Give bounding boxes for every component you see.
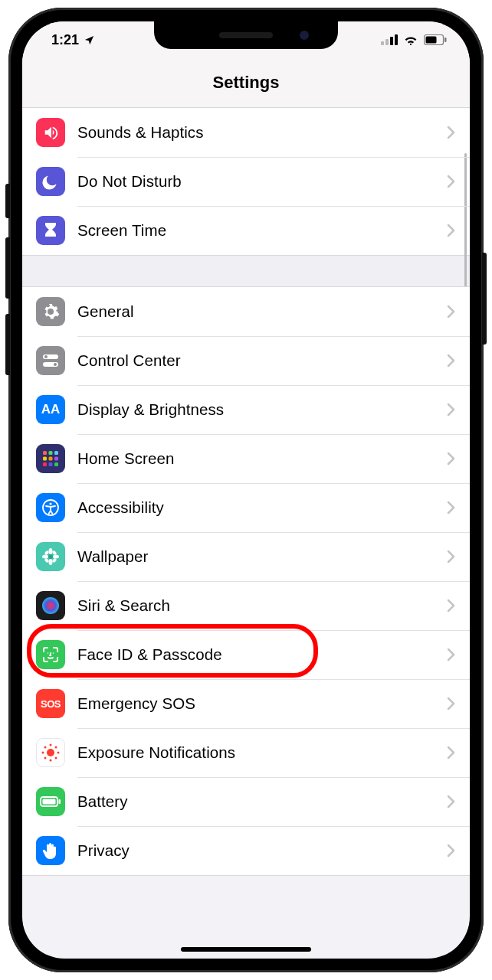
svg-point-27 (44, 550, 49, 555)
screen: 1:21 (22, 21, 470, 959)
svg-rect-16 (54, 457, 58, 461)
svg-rect-1 (385, 39, 389, 45)
volume-up-button (5, 237, 10, 299)
battery-icon (424, 34, 447, 45)
faceid-icon (36, 640, 65, 669)
svg-rect-45 (59, 799, 61, 804)
svg-point-34 (47, 749, 54, 756)
chevron-right-icon (447, 224, 456, 237)
svg-point-28 (51, 550, 57, 555)
chevron-right-icon (447, 175, 456, 188)
row-privacy[interactable]: Privacy (22, 826, 470, 875)
svg-rect-13 (54, 451, 58, 455)
row-battery[interactable]: Battery (22, 777, 470, 826)
home-indicator[interactable] (181, 947, 311, 952)
row-faceid[interactable]: Face ID & Passcode (22, 630, 470, 679)
row-label: Wallpaper (77, 547, 447, 566)
siri-icon (36, 591, 65, 620)
chevron-right-icon (447, 697, 456, 710)
row-sos[interactable]: SOS Emergency SOS (22, 679, 470, 728)
svg-point-23 (49, 548, 53, 554)
settings-group: General Control Center AA Display & Brig… (22, 286, 470, 876)
row-accessibility[interactable]: Accessibility (22, 483, 470, 532)
svg-rect-14 (43, 457, 47, 461)
row-label: Siri & Search (77, 596, 447, 615)
volume-down-button (5, 314, 10, 375)
svg-rect-18 (49, 462, 53, 466)
svg-point-25 (42, 555, 48, 559)
phone-frame: 1:21 (8, 8, 484, 972)
svg-rect-44 (43, 799, 56, 805)
mute-switch (5, 184, 10, 218)
settings-list[interactable]: Sounds & Haptics Do Not Disturb Screen T… (22, 107, 470, 959)
sos-icon: SOS (36, 689, 65, 718)
status-time: 1:21 (51, 32, 79, 48)
svg-point-35 (50, 744, 52, 746)
row-wallpaper[interactable]: Wallpaper (22, 532, 470, 581)
row-dnd[interactable]: Do Not Disturb (22, 157, 470, 206)
volume-icon (36, 118, 65, 147)
chevron-right-icon (447, 746, 456, 760)
svg-rect-19 (54, 462, 58, 466)
wifi-icon (403, 34, 418, 45)
chevron-right-icon (447, 354, 456, 368)
toggles-icon (36, 346, 65, 375)
row-label: Sounds & Haptics (77, 123, 447, 142)
chevron-right-icon (447, 126, 456, 139)
section-gap (22, 256, 470, 286)
chevron-right-icon (447, 501, 456, 514)
svg-point-31 (42, 597, 59, 614)
row-sounds[interactable]: Sounds & Haptics (22, 108, 470, 157)
svg-rect-15 (49, 457, 53, 461)
svg-point-10 (54, 363, 57, 366)
svg-rect-17 (43, 462, 47, 466)
hand-icon (36, 836, 65, 865)
chevron-right-icon (447, 403, 456, 416)
row-label: Do Not Disturb (77, 172, 447, 191)
row-label: Exposure Notifications (77, 743, 447, 762)
row-label: Face ID & Passcode (77, 645, 447, 664)
row-label: Display & Brightness (77, 400, 447, 419)
row-label: Battery (77, 792, 447, 811)
svg-point-30 (51, 557, 57, 563)
svg-rect-6 (444, 38, 447, 42)
svg-rect-3 (395, 34, 398, 45)
gear-icon (36, 297, 65, 326)
row-general[interactable]: General (22, 287, 470, 336)
row-label: Home Screen (77, 449, 447, 468)
exposure-icon (36, 738, 65, 767)
row-label: Control Center (77, 351, 447, 370)
row-controlcenter[interactable]: Control Center (22, 336, 470, 385)
row-label: General (77, 302, 447, 321)
hourglass-icon (36, 216, 65, 245)
row-label: Accessibility (77, 498, 447, 517)
svg-point-33 (53, 652, 54, 654)
chevron-right-icon (447, 550, 456, 564)
page-title: Settings (213, 73, 280, 93)
chevron-right-icon (447, 648, 456, 662)
cellular-signal-icon (381, 34, 398, 45)
svg-point-40 (55, 746, 57, 749)
app-grid-icon (36, 444, 65, 473)
row-label: Privacy (77, 841, 447, 860)
row-display[interactable]: AA Display & Brightness (22, 385, 470, 434)
svg-rect-12 (49, 451, 53, 455)
chevron-right-icon (447, 305, 456, 318)
row-siri[interactable]: Siri & Search (22, 581, 470, 630)
svg-point-24 (49, 559, 53, 565)
svg-point-38 (57, 752, 60, 754)
svg-point-21 (49, 502, 51, 505)
row-screentime[interactable]: Screen Time (22, 206, 470, 255)
notch (154, 21, 338, 49)
svg-point-26 (53, 555, 59, 559)
svg-point-8 (44, 355, 48, 358)
svg-point-37 (42, 752, 44, 754)
svg-rect-5 (426, 37, 437, 44)
row-label: Emergency SOS (77, 694, 447, 713)
svg-point-42 (55, 757, 57, 760)
row-homescreen[interactable]: Home Screen (22, 434, 470, 483)
location-arrow-icon (84, 34, 95, 46)
moon-icon (36, 167, 65, 196)
row-exposure[interactable]: Exposure Notifications (22, 728, 470, 777)
chevron-right-icon (447, 795, 456, 808)
